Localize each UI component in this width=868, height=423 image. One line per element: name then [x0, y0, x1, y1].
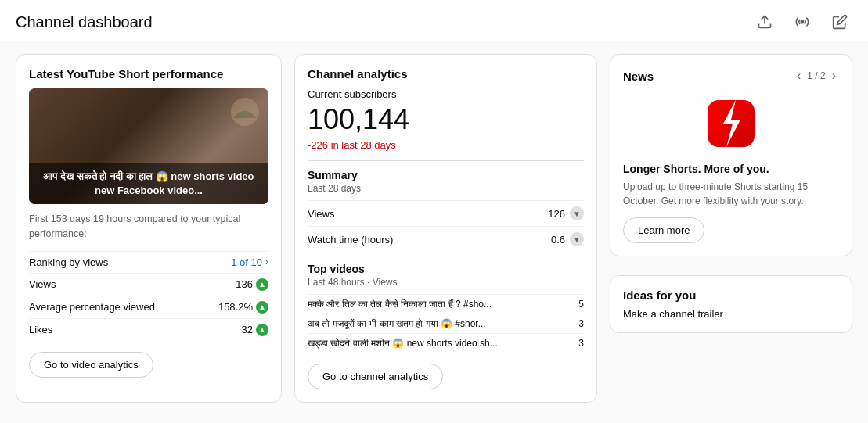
video-count-3: 3 [578, 338, 584, 349]
top-videos-period: Last 48 hours · Views [308, 277, 584, 288]
subscribers-change: -226 in last 28 days [308, 139, 584, 151]
news-title: News [623, 70, 654, 83]
video-row-3: खड्डा खोदने वाली मशीन 😱 new shorts video… [308, 333, 584, 353]
video-thumbnail[interactable]: आप देख सकते हो नदी का हाल 😱 new shorts v… [29, 88, 268, 204]
news-nav: ‹ 1 / 2 › [794, 67, 839, 84]
news-headline: Longer Shorts. More of you. [623, 163, 839, 175]
metric-row-watchtime: Watch time (hours) 0.6 ▼ [308, 226, 584, 252]
stat-row-ranking: Ranking by views 1 of 10 › [29, 251, 268, 273]
down-icon-watchtime: ▼ [570, 232, 584, 246]
stat-row-likes: Likes 32 ▲ [29, 318, 268, 341]
dashboard-content: Latest YouTube Short performance आप देख … [0, 41, 868, 415]
right-column: News ‹ 1 / 2 › [610, 54, 852, 403]
video-row-2: अब तो मजदूरों का भी काम खतम हो गया 😱 #sh… [308, 314, 584, 333]
stat-row-views: Views 136 ▲ [29, 273, 268, 296]
metric-label-views: Views [308, 208, 334, 220]
news-prev-button[interactable]: ‹ [794, 67, 804, 84]
stat-value-views: 136 ▲ [236, 278, 268, 291]
ideas-item: Make a channel trailer [623, 308, 839, 320]
learn-more-button[interactable]: Learn more [623, 217, 704, 243]
up-icon-avg: ▲ [256, 301, 268, 314]
stat-value-likes: 32 ▲ [242, 324, 268, 336]
stat-label-likes: Likes [29, 324, 52, 335]
up-icon-likes: ▲ [256, 324, 268, 336]
video-title-3: खड्डा खोदने वाली मशीन 😱 new shorts video… [308, 338, 574, 349]
ideas-title: Ideas for you [623, 289, 839, 302]
down-icon-views: ▼ [570, 206, 584, 220]
news-header: News ‹ 1 / 2 › [623, 67, 839, 84]
channel-analytics-card: Channel analytics Current subscribers 10… [294, 54, 597, 403]
summary-period: Last 28 days [308, 183, 584, 194]
video-count-2: 3 [578, 318, 584, 329]
svg-point-1 [801, 20, 803, 23]
news-card: News ‹ 1 / 2 › [610, 54, 852, 256]
latest-short-card: Latest YouTube Short performance आप देख … [16, 54, 282, 403]
header-icons [752, 9, 852, 34]
metric-row-views: Views 126 ▼ [308, 200, 584, 226]
subscribers-label: Current subscribers [308, 88, 584, 100]
metric-label-watchtime: Watch time (hours) [308, 234, 393, 246]
divider-1 [308, 160, 584, 161]
video-row-1: मक्के और तिल का तेल कैसे निकाला जाता हैं… [308, 294, 584, 314]
edit-button[interactable] [827, 9, 852, 34]
stat-label-views: Views [29, 278, 56, 290]
channel-analytics-title: Channel analytics [308, 67, 584, 81]
shorts-logo [623, 92, 839, 155]
stat-value-ranking: 1 of 10 › [231, 256, 268, 268]
chevron-right-icon: › [265, 256, 268, 267]
live-button[interactable] [790, 9, 815, 34]
news-page-count: 1 / 2 [807, 70, 825, 81]
metric-val-watchtime: 0.6 ▼ [551, 232, 584, 246]
stat-label-avg: Average percentage viewed [29, 301, 155, 313]
video-overlay-text: आप देख सकते हो नदी का हाल 😱 new shorts v… [29, 163, 268, 204]
top-bar: Channel dashboard [0, 0, 868, 41]
upload-button[interactable] [752, 9, 777, 34]
news-next-button[interactable]: › [829, 67, 839, 84]
subscribers-count: 100,144 [308, 103, 584, 136]
ideas-card: Ideas for you Make a channel trailer [610, 275, 852, 333]
latest-short-title: Latest YouTube Short performance [29, 67, 268, 81]
video-title-1: मक्के और तिल का तेल कैसे निकाला जाता हैं… [308, 299, 574, 310]
stat-label-ranking: Ranking by views [29, 256, 108, 268]
stat-value-avg: 158.2% ▲ [218, 301, 268, 314]
metric-val-views: 126 ▼ [548, 206, 584, 220]
up-icon-views: ▲ [256, 278, 268, 291]
stat-row-avg-viewed: Average percentage viewed 158.2% ▲ [29, 296, 268, 318]
video-title-2: अब तो मजदूरों का भी काम खतम हो गया 😱 #sh… [308, 318, 574, 329]
top-videos-title: Top videos [308, 263, 584, 275]
news-body: Upload up to three-minute Shorts startin… [623, 180, 839, 208]
page-title: Channel dashboard [16, 13, 153, 31]
go-to-video-analytics-button[interactable]: Go to video analytics [29, 352, 153, 378]
go-to-channel-analytics-button[interactable]: Go to channel analytics [308, 364, 443, 389]
summary-title: Summary [308, 169, 584, 181]
performance-text: First 153 days 19 hours compared to your… [29, 212, 268, 242]
video-count-1: 5 [578, 299, 584, 310]
